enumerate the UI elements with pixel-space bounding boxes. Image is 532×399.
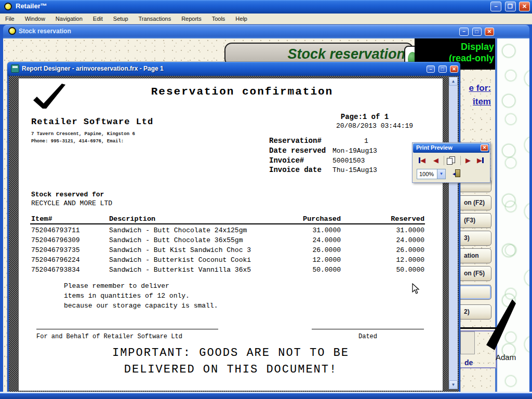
report-window-title: Report Designer - arinvoreservation.frx … [22, 65, 164, 72]
menu-file[interactable]: File [0, 14, 20, 24]
field-label-date-reserved: Date reserved [269, 147, 326, 155]
cell-item: 752046793834 [31, 266, 80, 274]
report-window-controls: – □ ✕ [425, 64, 458, 73]
toolbar-separator [460, 156, 461, 165]
cell-item: 752046796224 [31, 256, 80, 264]
close-icon[interactable]: ✕ [485, 28, 494, 36]
note-line-2: items in quantities of 12 only. [64, 292, 190, 300]
app-titlebar: Retailer™ – ❐ ✕ [0, 0, 532, 14]
annotation-arrow-icon [485, 298, 517, 354]
table-row: 752046793711 Sandwich - Butt Chocolate 2… [19, 227, 443, 235]
exit-preview-icon[interactable]: ◄ [452, 169, 462, 178]
print-datetime: 20/08/2013 03:44:19 [310, 122, 440, 130]
col-header-description: Description [109, 215, 155, 223]
table-row: 752046793735 Sandwich - But Kist Sandwic… [19, 246, 443, 255]
signature-label-left: For and Behalf of Retailer Software Ltd [36, 333, 182, 340]
page-info: Page:1 of 1 [310, 113, 420, 121]
side-subpanel [460, 331, 475, 354]
scroll-up-icon[interactable]: ▲ [449, 77, 458, 86]
print-preview-title: Print Preview [416, 144, 453, 151]
checkmark-icon [32, 84, 66, 114]
close-icon[interactable]: ✕ [519, 2, 530, 11]
next-page-icon[interactable]: ▶ [466, 155, 471, 166]
cell-purchased: 24.0000 [258, 236, 341, 244]
field-label-invoice: Invoice# [269, 156, 304, 165]
field-value-reservation: 1 [332, 137, 400, 145]
stock-window-titlebar[interactable]: Stock reservation – □ ✕ [3, 25, 529, 38]
cell-description: Sandwich - Butterkist Vannilla 36x5 [109, 266, 251, 274]
field-value-date-reserved: Mon-19Aug13 [332, 147, 400, 155]
report-preview-area: ▲ ▼ Reservation confirmation Retailer So… [9, 76, 459, 397]
cell-purchased: 50.0000 [258, 266, 341, 274]
mouse-cursor-icon [412, 283, 420, 295]
cell-description: Sandwich - Butterkist Coconut Cooki [109, 256, 251, 264]
display-mode-label: Display [461, 42, 494, 52]
signature-label-dated: Dated [312, 333, 424, 340]
chevron-down-icon[interactable]: ▼ [437, 169, 445, 179]
document-page: Reservation confirmation Retailer Softwa… [19, 78, 443, 391]
print-preview-toolbar: Print Preview ✕ ◀ ◀ ▶ ▶ 100% ▼ ◄ [412, 142, 490, 183]
signature-line-right [312, 329, 424, 329]
cell-description: Sandwich - But Kist Sandwich Choc 3 [109, 246, 251, 254]
stock-window-icon [8, 27, 16, 35]
cell-reserved: 31.0000 [341, 227, 424, 234]
print-preview-titlebar[interactable]: Print Preview ✕ [413, 143, 489, 153]
cell-description: Sandwich - Butt Chocolate 24x125gm [109, 227, 247, 234]
cell-description: Sandwich - Butt Chocolate 36x55gm [109, 236, 243, 244]
field-label-invoice-date: Invoice date [269, 166, 322, 174]
menu-transactions[interactable]: Transactions [134, 14, 177, 24]
minimize-icon[interactable]: – [427, 65, 435, 73]
cell-purchased: 31.0000 [258, 227, 341, 234]
menu-bar: File Window Navigation Edit Setup Transa… [0, 14, 532, 24]
important-notice-line-2: DELIVERED ON THIS DOCUMENT! [19, 363, 443, 376]
previous-page-icon[interactable]: ◀ [433, 155, 438, 166]
menu-edit[interactable]: Edit [88, 14, 108, 24]
menu-tools[interactable]: Tools [207, 14, 231, 24]
menu-navigation[interactable]: Navigation [50, 14, 88, 24]
maximize-icon[interactable]: □ [472, 28, 482, 36]
company-address: 7 Tavern Crescent, Papine, Kingston 6 [31, 131, 135, 137]
code-label: de [464, 358, 473, 367]
cell-item: 752046796309 [31, 236, 80, 244]
table-header-rule [30, 223, 425, 224]
cell-purchased: 12.0000 [258, 256, 341, 264]
table-row: 752046793834 Sandwich - Butterkist Vanni… [19, 266, 443, 274]
signature-line-left [36, 329, 218, 329]
first-page-icon[interactable]: ◀ [419, 155, 425, 166]
report-window-titlebar[interactable]: Report Designer - arinvoreservation.frx … [7, 62, 460, 76]
document-title: Reservation confirmation [81, 86, 403, 98]
table-row: 752046796309 Sandwich - Butt Chocolate 3… [19, 236, 443, 245]
cell-item: 752046793711 [31, 227, 80, 234]
reserved-for-customer: RECYCLE AND MORE LTD [31, 200, 112, 207]
zoom-select[interactable]: 100% ▼ [417, 169, 446, 179]
cell-reserved: 12.0000 [341, 256, 424, 264]
col-header-reserved: Reserved [341, 215, 424, 223]
important-notice-line-1: IMPORTANT: GOODS ARE NOT TO BE [19, 347, 443, 360]
minimize-icon[interactable]: – [490, 2, 501, 11]
screen: Retailer™ – ❐ ✕ File Window Navigation E… [0, 0, 532, 399]
scroll-down-icon[interactable]: ▼ [449, 380, 458, 389]
menu-reports[interactable]: Reports [176, 14, 207, 24]
table-row: 752046796224 Sandwich - Butterkist Cocon… [19, 256, 443, 264]
menu-window[interactable]: Window [20, 14, 50, 24]
stock-window-title: Stock reservation [19, 28, 71, 35]
company-name: Retailer Software Ltd [31, 117, 153, 127]
cell-reserved: 50.0000 [341, 266, 424, 274]
restore-icon[interactable]: ❐ [505, 2, 516, 11]
close-icon[interactable]: ✕ [481, 144, 488, 151]
cell-purchased: 26.0000 [258, 246, 341, 254]
report-document-icon [11, 64, 19, 73]
maximize-icon[interactable]: □ [438, 65, 447, 73]
pages-icon[interactable] [447, 156, 456, 165]
menu-help[interactable]: Help [230, 14, 252, 24]
window-bottom-border [0, 392, 532, 399]
last-page-icon[interactable]: ▶ [477, 155, 484, 166]
col-header-purchased: Purchased [258, 215, 341, 223]
stock-window-controls: – □ ✕ [458, 26, 494, 36]
minimize-icon[interactable]: – [459, 28, 469, 36]
menu-setup[interactable]: Setup [108, 14, 134, 24]
app-icon [4, 3, 12, 10]
col-header-item: Item# [31, 215, 52, 223]
close-icon[interactable]: ✕ [450, 65, 458, 73]
vertical-scrollbar[interactable]: ▲ ▼ [449, 77, 458, 389]
